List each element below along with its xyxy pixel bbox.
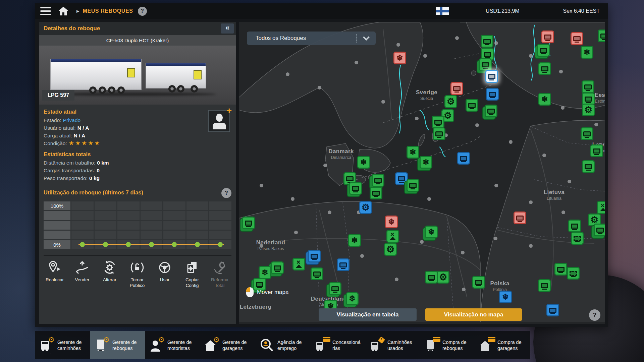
relocate-button[interactable]: Realocar — [41, 260, 68, 289]
trailer-marker-dump[interactable] — [292, 258, 305, 270]
filter-selected-value: Todos os Reboques — [247, 35, 356, 42]
state-value[interactable]: Privado — [63, 117, 81, 123]
trailer-marker-box[interactable] — [537, 44, 550, 57]
table-view-button[interactable]: Visualização em tabela — [319, 308, 417, 321]
weight-value: 0 kg — [89, 175, 100, 181]
trailer-marker-box[interactable] — [242, 217, 255, 229]
trailer-marker-box[interactable] — [311, 267, 323, 280]
trailer-marker-snow[interactable]: ❄ — [385, 216, 398, 228]
move-map-label: Mover mapa — [257, 289, 288, 296]
make-public-button[interactable]: Tornar Público — [123, 260, 151, 289]
trailer-marker-box-selected[interactable] — [485, 70, 498, 83]
trailer-marker-box[interactable] — [598, 29, 605, 42]
trailer-marker-snow[interactable]: ❄ — [407, 146, 419, 159]
breadcrumb-help-icon[interactable]: ? — [138, 7, 147, 16]
trailer-marker-gear[interactable]: ⚙ — [444, 95, 457, 108]
trailer-marker-box[interactable] — [479, 58, 492, 71]
trailer-filter-dropdown[interactable]: Todos os Reboques — [247, 32, 376, 45]
use-button[interactable]: Usar — [151, 260, 178, 289]
nav-driver-manager[interactable]: ⚙ Gerente de motoristas — [145, 331, 200, 359]
trailer-marker-box[interactable] — [554, 263, 567, 276]
trailer-marker-box[interactable] — [308, 250, 321, 262]
europe-map[interactable]: SverigeSuéciaDanmarkDinamarcaNederlandPa… — [239, 22, 605, 324]
trailer-marker-snow[interactable]: ❄ — [425, 226, 438, 238]
copy-config-button[interactable]: Copiar Config — [178, 260, 206, 289]
trailer-marker-box[interactable] — [457, 152, 470, 165]
trailer-marker-box[interactable] — [349, 182, 362, 195]
total-stats-section: Estatísticas totais Distância em trabalh… — [39, 147, 236, 182]
trailer-marker-box[interactable] — [571, 32, 583, 45]
trailer-marker-box[interactable] — [337, 258, 350, 271]
trailer-marker-box[interactable] — [590, 144, 603, 157]
panel-title: Detalhes do reboque — [44, 25, 100, 32]
trailer-marker-dump[interactable] — [597, 201, 605, 214]
trailer-marker-snow[interactable]: ❄ — [499, 291, 512, 303]
trailer-marker-box[interactable] — [514, 212, 526, 224]
map-view-button[interactable]: Visualização no mapa — [425, 308, 522, 321]
trailer-marker-snow[interactable]: ❄ — [393, 52, 406, 64]
trailer-marker-dump[interactable] — [386, 230, 399, 243]
trailer-marker-box[interactable] — [271, 261, 284, 274]
map-help-icon[interactable]: ? — [589, 309, 600, 321]
trailer-marker-snow[interactable]: ❄ — [581, 46, 593, 59]
home-icon[interactable] — [58, 6, 68, 16]
trailer-marker-snow[interactable]: ❄ — [259, 266, 271, 279]
nav-trailer-shop[interactable]: Compra de reboques — [420, 331, 475, 359]
nav-trailer-manager[interactable]: ⚙ Gerente de reboques — [90, 331, 145, 359]
trailer-marker-box[interactable] — [568, 220, 581, 232]
trailer-marker-box[interactable] — [485, 105, 497, 117]
assign-driver-button[interactable]: + — [208, 110, 230, 132]
trailer-marker-box[interactable] — [538, 62, 551, 75]
trailer-marker-box[interactable] — [466, 99, 478, 112]
trailer-marker-box[interactable] — [372, 174, 384, 187]
trailer-marker-snow[interactable]: ❄ — [420, 156, 432, 169]
trailer-marker-curtain[interactable] — [571, 232, 584, 245]
chart-help-icon[interactable]: ? — [221, 188, 231, 198]
trailer-marker-box[interactable] — [546, 304, 559, 316]
menu-icon[interactable] — [40, 7, 51, 15]
trailer-marker-snow[interactable]: ❄ — [357, 156, 370, 169]
trailer-marker-curtain[interactable] — [567, 267, 580, 280]
trailer-marker-box[interactable] — [425, 271, 438, 284]
trailer-marker-box[interactable] — [481, 35, 493, 48]
trailer-marker-box[interactable] — [370, 187, 382, 199]
trailer-marker-snow[interactable]: ❄ — [538, 93, 551, 106]
trailer-marker-box[interactable] — [541, 31, 554, 43]
collapse-panel-button[interactable]: « — [221, 23, 234, 34]
trailer-marker-gear[interactable]: ⚙ — [359, 201, 372, 214]
modify-button[interactable]: Alterar — [96, 260, 123, 289]
trailer-marker-box[interactable] — [433, 127, 445, 140]
utilization-point — [195, 242, 200, 247]
sell-button[interactable]: Vender — [68, 260, 96, 289]
trailer-marker-box[interactable] — [486, 88, 499, 101]
trailer-marker-box[interactable] — [395, 172, 408, 185]
trailer-actions: Realocar Vender — [39, 256, 236, 289]
game-time: Sex 6:40 EEST — [563, 8, 600, 14]
trailer-marker-box[interactable] — [450, 82, 463, 95]
trailer-marker-gear[interactable]: ⚙ — [437, 271, 449, 284]
city-dot — [494, 41, 498, 45]
trailer-marker-box[interactable] — [407, 179, 419, 192]
nav-dealerships[interactable]: Concessioná rias — [310, 331, 365, 359]
trailer-marker-box[interactable] — [329, 282, 341, 295]
trailer-marker-box[interactable] — [582, 80, 594, 93]
breadcrumb-arrow-icon: ▶ — [76, 9, 79, 13]
trailer-marker-box[interactable] — [472, 276, 485, 289]
trailer-marker-box[interactable] — [594, 224, 605, 236]
trailer-marker-box[interactable] — [432, 116, 444, 128]
nav-garage-manager[interactable]: ⚙ Gerente de garagens — [200, 331, 255, 359]
nav-garage-shop[interactable]: Compra de garagens — [475, 331, 530, 359]
city-dot — [561, 210, 565, 214]
trailer-marker-gear[interactable]: ⚙ — [582, 104, 595, 116]
trailer-marker-snow[interactable]: ❄ — [346, 292, 359, 305]
trailer-marker-box[interactable] — [582, 160, 595, 173]
trailer-marker-box[interactable] — [538, 279, 551, 292]
nav-job-agency[interactable]: Agência de emprego — [255, 331, 310, 359]
city-dot — [568, 180, 571, 183]
trailer-marker-box[interactable] — [581, 127, 593, 140]
nav-used-trucks[interactable]: Caminhões usados — [365, 331, 420, 359]
trailer-marker-snow[interactable]: ❄ — [348, 234, 361, 247]
trailer-marker-gear[interactable]: ⚙ — [384, 243, 397, 256]
nav-truck-manager[interactable]: ⚙ Gerente de caminhões — [35, 331, 90, 359]
total-overhaul-button: Reforma Total — [206, 260, 233, 289]
